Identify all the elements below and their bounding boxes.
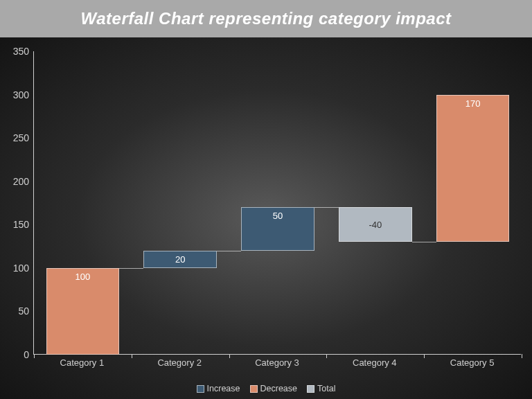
y-tick-label: 0: [0, 349, 32, 360]
legend-swatch-decrease: [250, 385, 258, 393]
x-tick-label: Category 4: [353, 357, 397, 368]
header-bar: Waterfall Chart representing category im…: [0, 0, 532, 37]
x-tick-mark: [424, 354, 425, 358]
legend-label-decrease: Decrease: [260, 384, 298, 393]
y-tick-label: 50: [0, 305, 32, 317]
legend-label-total: Total: [317, 384, 335, 393]
y-tick-label: 250: [0, 132, 32, 143]
x-tick-label: Category 2: [157, 357, 202, 368]
x-tick-label: Category 1: [60, 357, 105, 368]
waterfall-bar: -40: [339, 207, 412, 242]
bar-data-label: 170: [437, 98, 509, 109]
connector-line: [314, 207, 339, 208]
x-tick-mark: [132, 354, 132, 358]
y-tick-label: 350: [0, 46, 32, 57]
legend-swatch-total: [307, 385, 314, 393]
legend-item-increase: Increase: [197, 384, 240, 393]
x-tick-label: Category 5: [450, 357, 495, 368]
y-tick-label: 200: [0, 176, 32, 187]
page-title: Waterfall Chart representing category im…: [80, 9, 451, 28]
bar-data-label: -40: [339, 220, 411, 230]
legend-item-decrease: Decrease: [250, 384, 298, 393]
x-tick-mark: [34, 354, 35, 358]
connector-line: [412, 242, 436, 242]
bar-data-label: 50: [242, 211, 314, 221]
legend-label-increase: Increase: [207, 384, 240, 393]
bar-data-label: 100: [47, 272, 119, 282]
waterfall-bar: 170: [436, 95, 510, 242]
legend-item-total: Total: [307, 384, 335, 393]
plot-region: 1002050-40170: [33, 51, 521, 355]
chart-area: 050100150200250300350 1002050-40170 Cate…: [0, 37, 532, 399]
legend-swatch-increase: [197, 385, 204, 393]
x-tick-mark: [326, 354, 327, 358]
connector-line: [119, 268, 143, 269]
y-tick-label: 150: [0, 219, 32, 230]
y-tick-label: 300: [0, 89, 32, 100]
bar-data-label: 20: [144, 254, 216, 265]
waterfall-bar: 50: [241, 207, 314, 251]
waterfall-bar: 20: [143, 251, 217, 268]
waterfall-bar: 100: [46, 268, 120, 355]
legend: Increase Decrease Total: [0, 384, 532, 393]
connector-line: [217, 251, 241, 251]
x-tick-mark: [229, 354, 230, 358]
x-tick-mark: [522, 354, 522, 358]
x-tick-label: Category 3: [255, 357, 299, 368]
y-tick-label: 100: [0, 263, 32, 274]
